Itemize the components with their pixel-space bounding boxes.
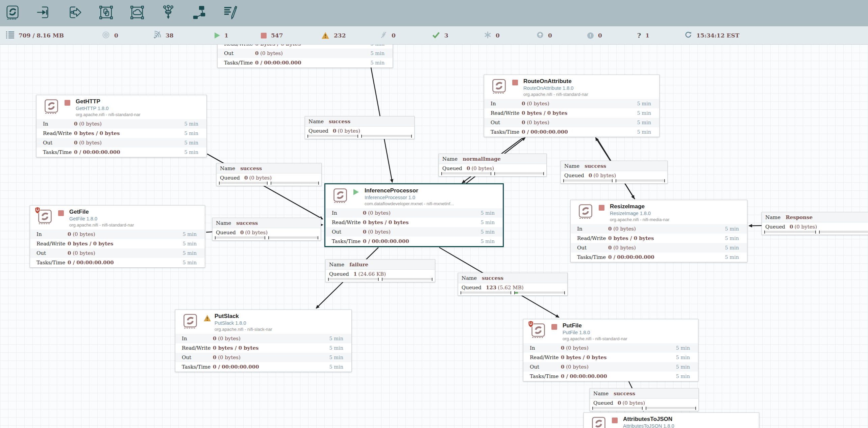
- relationship-name: success: [585, 163, 606, 169]
- connection-label-failure[interactable]: Namefailure Queued1(24.66 KB): [325, 259, 435, 282]
- stat-row-out: Out0 (0 bytes)5 min: [571, 243, 747, 252]
- sync-failure-indicator: ?1: [637, 26, 649, 45]
- processor-putslack[interactable]: PutSlackPutSlack 1.8.0org.apache.nifi - …: [175, 310, 352, 372]
- stat-row-out: Out0 (0 bytes)5 min: [218, 49, 393, 58]
- stat-row-out: Out0 (0 bytes)5 min: [30, 248, 205, 258]
- invalid-status-icon: [203, 315, 211, 322]
- refresh-status[interactable]: 15:34:12 EST: [685, 26, 739, 45]
- processor-inferenceprocessor[interactable]: InferenceProcessorInferenceProcessor 1.0…: [324, 183, 504, 247]
- lightning-slash-icon: [380, 31, 387, 40]
- stat-row-tasks: Tasks/Time0 / 00:00:00.0005 min: [175, 362, 351, 372]
- processor-name: InferenceProcessor: [365, 187, 454, 194]
- exclamation-circle-icon: !: [587, 32, 594, 39]
- component-toolbar: [0, 0, 868, 26]
- processor-name: PutSlack: [215, 313, 272, 320]
- processor-tool[interactable]: [5, 4, 21, 23]
- queue-capacity-bars: [305, 135, 414, 139]
- relationship-name: success: [614, 391, 635, 397]
- processor-stamp-icon: [182, 313, 198, 329]
- processor-bundle: org.apache.nifi - nifi-standard-nar: [523, 92, 588, 97]
- queue-capacity-bars: [326, 278, 435, 282]
- process-group-icon: [98, 4, 114, 22]
- stat-row-readwrite: Read/Write0 bytes / 0 bytes5 min: [36, 129, 206, 138]
- process-group-tool[interactable]: [98, 4, 114, 23]
- processor-stats: In0 (0 bytes)5 min Read/Write0 bytes / 0…: [571, 224, 747, 262]
- running-status-icon: [353, 189, 359, 196]
- processor-name: RouteOnAttribute: [523, 78, 588, 85]
- queue-capacity-bars: [439, 172, 546, 176]
- connection-label-success[interactable]: Namesuccess Queued0(0 bytes): [305, 116, 415, 139]
- processor-stats: In0 (0 bytes)5 min Read/Write0 bytes / 0…: [523, 343, 698, 381]
- processor-attributestojson[interactable]: AttributesToJSONAttributesToJSON 1.8.0: [584, 412, 759, 428]
- connection-label-response[interactable]: NameResponse Queued0(0 bytes): [762, 212, 868, 235]
- stat-row-out: Out0 (0 bytes)5 min: [36, 138, 206, 148]
- input-port-tool[interactable]: [36, 4, 52, 23]
- processor-stats: In0 (0 bytes)5 min Read/Write0 bytes / 0…: [30, 230, 205, 267]
- queue-capacity-bars: [213, 237, 321, 240]
- processor-bundle: org.apache.nifi - nifi-slack-nar: [215, 327, 272, 332]
- queued-totals-value: 709 / 8.16 MB: [19, 32, 64, 39]
- processor-icon: [5, 4, 21, 22]
- processor-routeonattribute[interactable]: RouteOnAttributeRouteOnAttribute 1.8.0or…: [484, 75, 660, 137]
- stat-row-tasks: Tasks/Time0 / 00:00:00.0005 min: [36, 148, 206, 157]
- invalid-indicator: 232: [321, 26, 346, 45]
- input-port-icon: [36, 4, 52, 22]
- check-icon: [432, 31, 440, 40]
- stat-row-out: Out0 (0 bytes)5 min: [523, 362, 698, 372]
- queue-capacity-bars: [590, 407, 698, 411]
- connection-label-success[interactable]: Namesuccess Queued123(5.62 MB): [458, 273, 568, 296]
- stat-row-tasks: Tasks/Time0 / 00:00:00.0005 min: [523, 372, 698, 381]
- play-icon: [215, 32, 220, 38]
- relationship-name: success: [329, 118, 350, 125]
- processor-getfile[interactable]: GetFileGetFile 1.8.0org.apache.nifi - ni…: [30, 205, 205, 268]
- processor-partial-top[interactable]: In0 (0 bytes)5 min Read/Write0 bytes / 0…: [217, 45, 393, 68]
- stopped-status-icon: [612, 418, 618, 425]
- stat-row-readwrite: Read/Write0 bytes / 0 bytes5 min: [484, 108, 659, 118]
- refresh-icon[interactable]: [685, 31, 692, 40]
- queue-capacity-bars: [561, 180, 667, 183]
- processor-name: GetFile: [69, 208, 134, 215]
- label-tool[interactable]: [222, 4, 239, 23]
- disabled-indicator: 0: [380, 26, 396, 45]
- connection-label-success[interactable]: Namesuccess Queued0(0 bytes): [590, 388, 699, 411]
- queue-capacity-bars: [217, 182, 321, 186]
- restricted-shield-icon: [34, 207, 41, 214]
- stat-row-tasks: Tasks/Time0 / 00:00:00.0005 min: [325, 237, 503, 246]
- connection-label-normalimage[interactable]: NamenormalImage Queued0(0 bytes): [439, 154, 547, 177]
- flow-canvas[interactable]: In0 (0 bytes)5 min Read/Write0 bytes / 0…: [0, 45, 868, 428]
- stat-row-tasks: Tasks/Time0 / 00:00:00.0005 min: [30, 258, 205, 267]
- connection-label-success[interactable]: Namesuccess Queued0(0 bytes): [561, 161, 668, 184]
- connection-label-success[interactable]: Namesuccess Queued0(0 bytes): [212, 218, 321, 241]
- funnel-tool[interactable]: [160, 4, 176, 23]
- stale-indicator: 0: [537, 26, 552, 45]
- processor-type-version: InferenceProcessor 1.0: [365, 194, 454, 200]
- processor-stamp-icon: [43, 99, 59, 115]
- processor-type-version: PutFile 1.8.0: [563, 329, 627, 336]
- remote-process-group-tool[interactable]: [129, 4, 145, 23]
- queued-totals-indicator: 709 / 8.16 MB: [6, 26, 64, 45]
- processor-type-version: RouteOnAttribute 1.8.0: [523, 85, 588, 91]
- stat-row-tasks: Tasks/Time0 / 00:00:00.0005 min: [571, 252, 747, 262]
- processor-stamp-icon: [577, 204, 594, 220]
- output-port-tool[interactable]: [67, 4, 83, 23]
- processor-putfile[interactable]: PutFilePutFile 1.8.0org.apache.nifi - ni…: [523, 319, 698, 381]
- processor-resizeimage[interactable]: ResizeImageResizeImage 1.8.0org.apache.n…: [570, 200, 747, 262]
- running-indicator: 1: [215, 26, 228, 45]
- stat-row-in: In0 (0 bytes)5 min: [175, 334, 351, 343]
- relationship-name: success: [236, 220, 258, 226]
- relationship-name: success: [240, 165, 262, 171]
- connection-label-success[interactable]: Namesuccess Queued0(0 bytes): [216, 163, 322, 186]
- list-icon: [6, 31, 14, 40]
- template-tool[interactable]: [191, 4, 207, 23]
- processor-stats: In0 (0 bytes)5 min Read/Write0 bytes / 0…: [218, 45, 393, 68]
- remote-process-group-icon: [129, 4, 145, 22]
- stopped-status-icon: [65, 100, 70, 107]
- processor-stamp-icon: [491, 78, 507, 95]
- processor-bundle: org.apache.nifi - nifi-standard-nar: [69, 222, 134, 228]
- modified-stale-indicator: !0: [587, 26, 602, 45]
- stat-row-tasks: Tasks/Time0 / 00:00:00.0005 min: [484, 127, 659, 137]
- queue-capacity-bars: [762, 231, 868, 235]
- stat-row-in: In0 (0 bytes)5 min: [484, 99, 659, 108]
- question-icon: ?: [637, 32, 641, 39]
- processor-gethttp[interactable]: GetHTTPGetHTTP 1.8.0org.apache.nifi - ni…: [36, 95, 207, 157]
